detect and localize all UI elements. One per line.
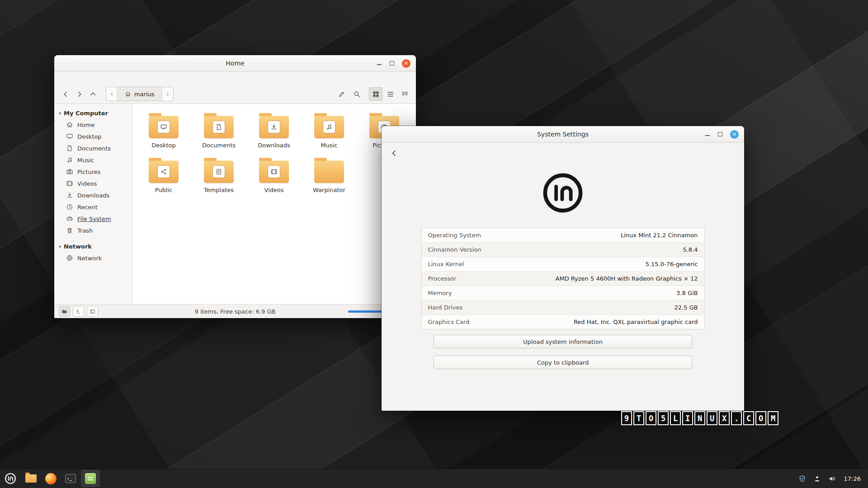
menu-item[interactable] <box>90 77 99 80</box>
sidebar-item[interactable]: Trash <box>54 225 132 236</box>
user-tray-icon[interactable] <box>813 474 821 483</box>
mint-menu-icon <box>5 473 16 484</box>
breadcrumb-prev-button[interactable] <box>106 87 118 101</box>
firefox-launcher[interactable] <box>42 470 60 487</box>
minimize-button[interactable] <box>705 131 710 137</box>
sidebar-section-network[interactable]: ▾ Network <box>54 241 132 252</box>
folder-icon <box>149 116 179 138</box>
collapse-triangle-icon: ▾ <box>59 111 61 116</box>
sidebar-item-icon <box>66 215 73 222</box>
file-item[interactable]: Documents <box>193 113 244 149</box>
watermark-char: . <box>731 411 742 425</box>
file-item[interactable]: Templates <box>193 158 244 193</box>
menu-item[interactable] <box>99 77 107 80</box>
file-item[interactable]: Desktop <box>138 113 189 149</box>
file-item[interactable]: Warpinator <box>304 158 354 193</box>
forward-button[interactable] <box>72 87 86 101</box>
info-row: Hard Drives 22.5 GB <box>422 300 704 314</box>
back-button[interactable] <box>387 146 401 160</box>
info-label: Linux Kernel <box>428 261 464 267</box>
file-label: Music <box>321 142 338 149</box>
compact-view-button[interactable] <box>398 87 411 101</box>
menu-item[interactable] <box>82 77 90 80</box>
maximize-button[interactable] <box>717 131 723 137</box>
sidebar-section-computer[interactable]: ▾ My Computer <box>54 108 132 119</box>
watermark-char: X <box>719 411 730 425</box>
sidebar-item-icon <box>66 121 73 128</box>
sidebar-item[interactable]: Network <box>54 252 132 264</box>
info-value: 5.8.4 <box>683 246 698 253</box>
clock[interactable]: 17:26 <box>844 475 861 482</box>
system-settings-launcher[interactable] <box>81 470 99 487</box>
info-row: Memory 3.8 GiB <box>422 286 704 300</box>
file-item[interactable]: Downloads <box>249 113 299 149</box>
compact-view-icon <box>401 90 409 98</box>
window-title: System Settings <box>382 131 744 138</box>
close-button[interactable] <box>402 59 410 68</box>
search-icon <box>353 90 361 98</box>
sidebar-item[interactable]: Downloads <box>54 189 132 201</box>
copy-to-clipboard-button[interactable]: Copy to clipboard <box>434 356 692 369</box>
file-manager-titlebar[interactable]: Home <box>54 55 416 72</box>
sidebar-item-label: Music <box>77 157 94 164</box>
folder-icon <box>204 160 234 183</box>
toggle-extra-pane-button[interactable] <box>87 306 98 317</box>
sidebar-item[interactable]: Pictures <box>54 166 132 178</box>
sidebar-item[interactable]: Documents <box>54 142 132 154</box>
volume-tray-icon[interactable] <box>828 474 836 483</box>
watermark-char: T <box>633 411 644 425</box>
file-item[interactable]: Public <box>138 158 189 193</box>
file-label: Downloads <box>258 142 290 149</box>
firefox-icon <box>45 473 57 484</box>
system-settings-window: System Settings Operating System Linux M… <box>382 126 744 411</box>
maximize-button[interactable] <box>389 61 395 66</box>
file-item[interactable]: Videos <box>249 158 299 193</box>
menu-item[interactable] <box>74 77 82 80</box>
file-grid: Desktop Documents <box>136 113 416 193</box>
menu-button[interactable] <box>0 469 21 488</box>
info-value: Linux Mint 21.2 Cinnamon <box>621 232 698 239</box>
info-label: Cinnamon Version <box>428 246 481 253</box>
menu-item[interactable] <box>66 77 74 80</box>
info-row: Linux Kernel 5.15.0-76-generic <box>422 257 704 271</box>
toggle-location-entry-button[interactable] <box>335 87 348 101</box>
sidebar: ▾ My Computer Home Desktop Documents <box>54 104 132 304</box>
watermark-char: N <box>694 411 705 425</box>
toggle-places-button[interactable] <box>59 306 70 317</box>
file-manager-launcher[interactable] <box>22 470 40 487</box>
file-item[interactable]: Music <box>304 113 354 149</box>
sidebar-item[interactable]: Music <box>54 154 132 166</box>
breadcrumb-current[interactable]: marius <box>118 87 162 101</box>
security-tray-icon[interactable] <box>798 474 807 483</box>
breadcrumb-next-button[interactable] <box>162 87 173 101</box>
minimize-button[interactable] <box>377 61 382 66</box>
info-value: Red Hat, Inc. QXL paravirtual graphic ca… <box>574 319 698 325</box>
sidebar-item[interactable]: File System <box>54 213 132 225</box>
toggle-treeview-button[interactable] <box>73 306 84 317</box>
info-value: 3.8 GiB <box>676 290 698 296</box>
close-button[interactable] <box>730 130 739 139</box>
up-button[interactable] <box>86 87 99 101</box>
list-view-button[interactable] <box>383 87 397 101</box>
sidebar-item[interactable]: Videos <box>54 178 132 189</box>
watermark-char: I <box>682 411 693 425</box>
sidebar-item[interactable]: Desktop <box>54 131 132 142</box>
folder-icon <box>314 160 344 183</box>
file-label: Documents <box>202 142 236 149</box>
pencil-icon <box>338 90 345 98</box>
folder-icon <box>25 474 37 483</box>
settings-titlebar[interactable]: System Settings <box>382 126 744 143</box>
sidebar-item-icon <box>66 156 73 164</box>
watermark-char: O <box>646 411 656 425</box>
back-button[interactable] <box>59 87 72 101</box>
file-label: Public <box>155 187 172 193</box>
menu-item[interactable] <box>58 77 66 80</box>
sidebar-item[interactable]: Home <box>54 119 132 131</box>
watermark-char: C <box>743 411 754 425</box>
info-row: Cinnamon Version 5.8.4 <box>422 242 704 257</box>
sidebar-item[interactable]: Recent <box>54 201 132 213</box>
upload-system-information-button[interactable]: Upload system information <box>434 335 692 348</box>
terminal-launcher[interactable]: ›_ <box>61 470 80 487</box>
icon-view-button[interactable] <box>369 87 382 101</box>
search-button[interactable] <box>350 87 363 101</box>
